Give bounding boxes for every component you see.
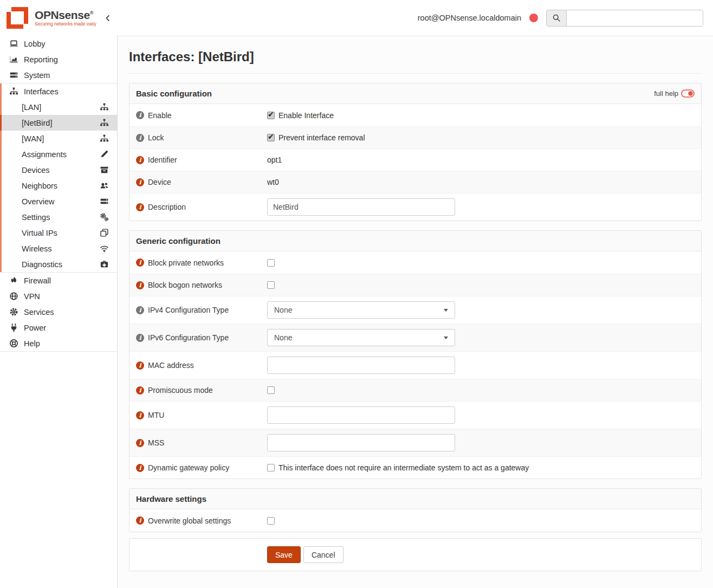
- checkbox-label: This interface does not require an inter…: [278, 463, 529, 472]
- sidebar-item-vpn[interactable]: VPN: [0, 288, 117, 304]
- status-indicator-dot[interactable]: [529, 14, 538, 22]
- brand: OPNsense® Securing networks made easy: [0, 6, 112, 30]
- checkbox-label: Prevent interface removal: [278, 133, 365, 142]
- cancel-button[interactable]: Cancel: [303, 546, 343, 563]
- server-icon: [99, 197, 109, 206]
- section-title: Basic configuration: [136, 89, 212, 98]
- sidebar-item-lobby[interactable]: Lobby: [0, 36, 117, 51]
- identifier-value: opt1: [267, 156, 282, 164]
- sidebar-item-lan[interactable]: [LAN]: [0, 99, 117, 115]
- field-label: IPv4 Configuration Type: [148, 306, 229, 314]
- panel-header: Basic configuration full help: [129, 83, 701, 104]
- form-row-lock: iLock Prevent interface removal: [129, 126, 701, 148]
- search-input[interactable]: [567, 10, 703, 26]
- info-icon[interactable]: i: [136, 386, 144, 395]
- life-ring-icon: [8, 339, 19, 348]
- archive-icon: [99, 165, 109, 175]
- gear-icon: [8, 307, 19, 316]
- main-content: Interfaces: [NetBird] Basic configuratio…: [118, 36, 713, 588]
- field-label: Description: [148, 203, 186, 211]
- full-help-toggle[interactable]: full help: [654, 89, 695, 98]
- sidebar-item-netbird[interactable]: [NetBird]: [0, 115, 117, 131]
- block-bogon-checkbox[interactable]: [267, 281, 275, 289]
- sidebar-item-settings[interactable]: Settings: [0, 209, 117, 225]
- info-icon[interactable]: i: [136, 361, 144, 370]
- mtu-input[interactable]: [267, 406, 455, 424]
- panel-header: Generic configuration: [129, 231, 701, 251]
- overwrite-global-checkbox[interactable]: [267, 517, 275, 525]
- full-help-label: full help: [654, 89, 678, 98]
- sidebar-item-system[interactable]: System: [0, 67, 117, 83]
- field-label: Dynamic gateway policy: [148, 463, 229, 472]
- sidebar-item-neighbors[interactable]: Neighbors: [0, 178, 117, 193]
- sidebar: Lobby Reporting System Interfaces [LAN] …: [0, 36, 118, 588]
- sidebar-item-interfaces[interactable]: Interfaces: [0, 83, 117, 99]
- info-icon[interactable]: i: [136, 203, 144, 211]
- prevent-removal-checkbox[interactable]: [267, 134, 275, 141]
- sidebar-item-reporting[interactable]: Reporting: [0, 51, 117, 67]
- section-title: Hardware settings: [136, 494, 206, 503]
- info-icon[interactable]: i: [136, 156, 144, 164]
- dynamic-gateway-checkbox[interactable]: [267, 464, 275, 471]
- page-title: Interfaces: [NetBird]: [129, 49, 702, 74]
- brand-tagline: Securing networks made easy: [35, 22, 96, 27]
- form-row-block-bogon: iBlock bogon networks: [129, 274, 701, 296]
- sidebar-item-assignments[interactable]: Assignments: [0, 146, 117, 162]
- wifi-icon: [99, 244, 109, 253]
- sidebar-item-firewall[interactable]: Firewall: [0, 273, 117, 288]
- brand-name: OPNsense®: [35, 9, 96, 21]
- clone-icon: [99, 228, 109, 237]
- header-right: root@OPNsense.localdomain: [418, 10, 713, 27]
- collapse-sidebar-icon[interactable]: [104, 14, 112, 22]
- form-row-block-private: iBlock private networks: [129, 251, 701, 274]
- sitemap-icon: [99, 118, 109, 127]
- sidebar-item-overview[interactable]: Overview: [0, 193, 117, 209]
- field-label: MSS: [148, 438, 164, 447]
- info-icon[interactable]: i: [136, 516, 144, 525]
- sidebar-item-wan[interactable]: [WAN]: [0, 131, 117, 146]
- description-input[interactable]: [267, 198, 455, 216]
- info-icon[interactable]: i: [136, 411, 144, 419]
- ipv4-config-type-select[interactable]: None: [267, 301, 455, 319]
- ipv6-config-type-select[interactable]: None: [267, 329, 455, 346]
- info-icon[interactable]: i: [136, 306, 144, 314]
- users-icon: [99, 181, 109, 190]
- enable-interface-checkbox[interactable]: [267, 112, 275, 119]
- field-label: Block private networks: [148, 259, 224, 267]
- brand-text: OPNsense® Securing networks made easy: [35, 9, 96, 27]
- mac-address-input[interactable]: [267, 357, 455, 374]
- info-icon[interactable]: i: [136, 464, 144, 472]
- block-private-checkbox[interactable]: [267, 259, 275, 267]
- info-icon[interactable]: i: [136, 259, 144, 267]
- save-button[interactable]: Save: [267, 546, 301, 563]
- sidebar-item-wireless[interactable]: Wireless: [0, 241, 117, 256]
- search-icon: [547, 10, 567, 26]
- form-row-description: iDescription: [129, 193, 701, 221]
- sidebar-item-power[interactable]: Power: [0, 320, 117, 335]
- basic-configuration-panel: Basic configuration full help iEnable En…: [129, 83, 702, 221]
- medkit-icon: [99, 260, 109, 269]
- info-icon[interactable]: i: [136, 281, 144, 289]
- field-label: Enable: [148, 111, 172, 120]
- sidebar-item-virtual-ips[interactable]: Virtual IPs: [0, 225, 117, 241]
- field-label: IPv6 Configuration Type: [148, 333, 229, 342]
- form-row-ipv4-type: iIPv4 Configuration Type None: [129, 296, 701, 324]
- sidebar-item-devices[interactable]: Devices: [0, 162, 117, 178]
- info-icon[interactable]: i: [136, 334, 144, 342]
- promiscuous-mode-checkbox[interactable]: [267, 386, 275, 394]
- mss-input[interactable]: [267, 434, 455, 451]
- sidebar-item-diagnostics[interactable]: Diagnostics: [0, 256, 117, 272]
- form-row-dynamic-gateway: iDynamic gateway policy This interface d…: [129, 456, 701, 479]
- info-icon[interactable]: i: [136, 178, 144, 186]
- field-label: Lock: [148, 133, 164, 142]
- sidebar-item-services[interactable]: Services: [0, 304, 117, 320]
- sitemap-icon: [99, 102, 109, 112]
- info-icon[interactable]: i: [136, 134, 144, 142]
- section-title: Generic configuration: [136, 236, 221, 245]
- fire-icon: [8, 276, 19, 285]
- info-icon[interactable]: i: [136, 111, 144, 119]
- info-icon[interactable]: i: [136, 439, 144, 447]
- sidebar-item-help[interactable]: Help: [0, 335, 117, 351]
- generic-configuration-panel: Generic configuration iBlock private net…: [129, 230, 702, 479]
- toggle-on-icon: [681, 89, 695, 98]
